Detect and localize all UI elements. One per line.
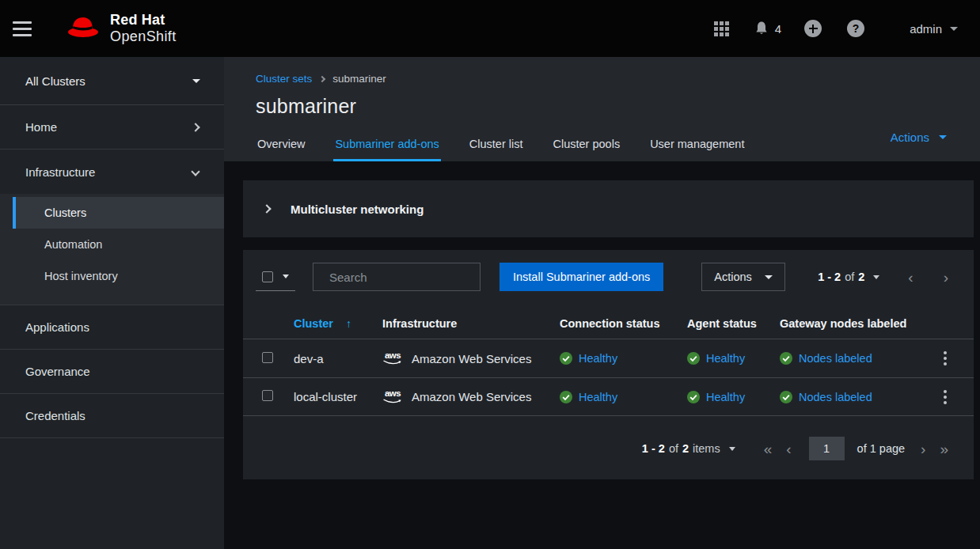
chevron-right-icon [319, 75, 325, 81]
previous-page-button[interactable]: ‹ [781, 438, 796, 460]
expandable-title: Multicluster networking [291, 203, 424, 216]
chevron-down-icon [191, 167, 199, 176]
pagination-bottom: 1 - 2 of 2 items « ‹ of 1 page › » [243, 437, 974, 479]
pagination-range: 1 - 2 [818, 271, 841, 283]
previous-page-button[interactable]: ‹ [902, 267, 919, 288]
breadcrumb: Cluster sets submariner [256, 73, 948, 85]
breadcrumb-link-cluster-sets[interactable]: Cluster sets [256, 73, 312, 85]
pagination-items-word: items [693, 442, 720, 455]
gateway-nodes-link[interactable]: Nodes labeled [799, 352, 872, 365]
aws-icon: aws [382, 351, 403, 366]
page-actions-dropdown[interactable]: Actions [891, 131, 947, 144]
sidebar-item-clusters[interactable]: Clusters [13, 197, 224, 229]
next-page-button[interactable]: › [916, 438, 930, 460]
caret-down-icon [765, 275, 773, 279]
check-circle-icon [687, 391, 700, 403]
sort-ascending-icon: ↑ [346, 317, 351, 330]
pagination-range: 1 - 2 [642, 442, 665, 455]
last-page-button[interactable]: » [935, 438, 953, 460]
caret-down-icon [939, 135, 947, 139]
row-checkbox[interactable] [262, 390, 273, 401]
bulk-select-dropdown[interactable] [256, 263, 295, 291]
tab-overview[interactable]: Overview [256, 130, 306, 161]
first-page-button[interactable]: « [759, 438, 777, 460]
perspective-label: All Clusters [25, 74, 85, 88]
page-count-label: of 1 page [857, 442, 905, 455]
gateway-nodes-link[interactable]: Nodes labeled [799, 391, 872, 403]
table-actions-dropdown[interactable]: Actions [701, 263, 785, 291]
username: admin [910, 22, 942, 36]
cluster-name: local-cluster [287, 390, 374, 403]
perspective-switcher-all-clusters[interactable]: All Clusters [0, 57, 224, 105]
tab-user-management[interactable]: User management [648, 130, 746, 161]
infrastructure-label: Amazon Web Services [412, 352, 531, 365]
sidebar-item-label: Applications [25, 320, 89, 334]
sidebar-item-label: Governance [25, 365, 90, 378]
check-circle-icon [560, 391, 572, 403]
caret-down-icon [729, 447, 735, 451]
bell-icon [754, 21, 769, 36]
caret-down-icon [873, 275, 879, 279]
user-menu-dropdown[interactable]: admin [910, 22, 958, 36]
actions-label: Actions [714, 271, 752, 283]
next-page-button[interactable]: › [937, 267, 955, 288]
column-header-connection-status: Connection status [552, 317, 679, 330]
page-title: submariner [256, 95, 948, 118]
tab-submariner-add-ons[interactable]: Submariner add-ons [333, 130, 440, 161]
row-kebab-menu-icon[interactable] [939, 346, 952, 370]
column-header-cluster[interactable]: Cluster ↑ [287, 317, 374, 330]
row-kebab-menu-icon[interactable] [939, 385, 952, 409]
breadcrumb-current: submariner [332, 73, 386, 85]
install-submariner-add-ons-button[interactable]: Install Submariner add-ons [499, 263, 663, 291]
create-button[interactable] [797, 13, 829, 44]
chevron-right-icon [262, 204, 271, 213]
select-all-checkbox[interactable] [262, 271, 273, 282]
nav-toggle-hamburger-icon[interactable] [13, 13, 44, 44]
current-page-input[interactable] [809, 437, 845, 460]
pagination-summary-dropdown[interactable]: 1 - 2 of 2 [818, 271, 879, 283]
sidebar-item-infrastructure[interactable]: Infrastructure [0, 150, 224, 194]
agent-status-link[interactable]: Healthy [706, 391, 745, 403]
question-circle-icon: ? [847, 20, 864, 37]
multicluster-networking-expandable[interactable]: Multicluster networking [243, 180, 974, 237]
sidebar-item-label: Automation [44, 238, 102, 251]
notifications-bell-icon[interactable]: 4 [754, 13, 781, 44]
check-circle-icon [780, 391, 792, 403]
column-label: Cluster [294, 317, 333, 330]
cluster-name: dev-a [287, 352, 374, 365]
help-button[interactable]: ? [840, 13, 872, 44]
pagination-top: 1 - 2 of 2 ‹ › [818, 267, 955, 288]
plus-circle-icon [804, 20, 822, 37]
app-launcher-grid-icon[interactable] [706, 13, 738, 44]
agent-status-link[interactable]: Healthy [706, 352, 745, 365]
brand-name: Red Hat [110, 12, 177, 28]
caret-down-icon [283, 274, 289, 278]
table-row: dev-a aws Amazon Web Services Healthy [243, 339, 974, 377]
connection-status-link[interactable]: Healthy [579, 391, 617, 403]
sidebar-item-label: Home [25, 120, 57, 134]
column-header-agent-status: Agent status [679, 317, 770, 330]
sidebar-item-applications[interactable]: Applications [0, 305, 224, 350]
sidebar-item-governance[interactable]: Governance [0, 350, 224, 394]
sidebar-item-home[interactable]: Home [0, 105, 224, 150]
tab-cluster-list[interactable]: Cluster list [468, 130, 525, 161]
row-checkbox[interactable] [262, 352, 273, 363]
sidebar-item-host-inventory[interactable]: Host inventory [0, 260, 224, 292]
sidebar-item-automation[interactable]: Automation [0, 229, 224, 260]
chevron-right-icon [191, 123, 199, 131]
clusters-table-card: Install Submariner add-ons Actions 1 - 2… [243, 250, 974, 479]
redhat-fedora-icon [65, 15, 101, 42]
pagination-summary-dropdown[interactable]: 1 - 2 of 2 items [642, 442, 735, 455]
sidebar-item-label: Credentials [25, 409, 85, 422]
search-input[interactable] [329, 271, 487, 284]
sidebar-nav: All Clusters Home Infrastructure Cluster… [0, 57, 224, 549]
check-circle-icon [687, 352, 700, 365]
column-header-infrastructure: Infrastructure [374, 317, 552, 330]
pagination-total: 2 [858, 271, 864, 283]
tab-cluster-pools[interactable]: Cluster pools [552, 130, 622, 161]
page-header: Cluster sets submariner submariner Actio… [224, 57, 980, 161]
connection-status-link[interactable]: Healthy [579, 352, 617, 365]
sidebar-item-credentials[interactable]: Credentials [0, 394, 224, 438]
table-row: local-cluster aws Amazon Web Services He… [243, 377, 974, 416]
masthead: Red Hat OpenShift 4 ? admin [0, 0, 980, 57]
